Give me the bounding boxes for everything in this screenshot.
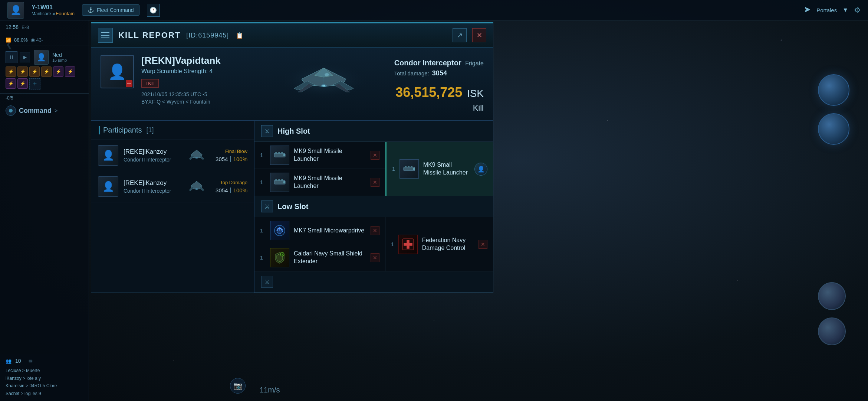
participant-dmg-row-1: 3054 | 100% <box>216 187 247 193</box>
buff-7[interactable]: ⚡ <box>6 78 16 89</box>
kill-label: Kill <box>394 103 484 113</box>
add-buff-button[interactable]: + <box>29 78 40 89</box>
buff-3[interactable]: ⚡ <box>29 66 40 77</box>
kill-body: Participants [1] 👤 [REKE]iKanzoy Condor … <box>91 121 493 293</box>
participant-item-1: 👤 [REKE]iKanzoy Condor II Interceptor To… <box>91 171 254 202</box>
kill-type-badge: I Kill <box>141 79 159 88</box>
kill-report-id: [ID:6159945] <box>186 32 229 39</box>
character-avatar[interactable] <box>7 2 24 19</box>
module-remove-l0[interactable]: ✕ <box>371 226 379 235</box>
right-orbs <box>818 74 849 145</box>
wifi-icon: 📶 <box>6 38 11 43</box>
participant-pct-0: 100% <box>233 156 247 162</box>
shield-percent: 88.0% <box>14 37 28 43</box>
sidebar-shield-row: 📶 88.0% ◉ 43- <box>0 34 89 46</box>
participants-header: Participants [1] <box>91 121 254 140</box>
victim-info: [REKN]Vapidtank Warp Scramble Strength: … <box>141 55 253 105</box>
high-slot-header: ⚔ High Slot <box>254 121 493 142</box>
kill-report-header: KILL REPORT [ID:6159945] 📋 ↗ ✕ <box>91 23 493 48</box>
svg-rect-19 <box>405 166 407 167</box>
hamburger-line-3 <box>101 38 109 38</box>
buff-1[interactable]: ⚡ <box>6 66 16 77</box>
right-orb-4 <box>818 317 846 345</box>
chat-count: 10 <box>15 358 21 364</box>
logout-icon[interactable]: ⮞ <box>804 6 811 14</box>
participant-damage-0: 3054 <box>216 156 228 162</box>
victim-date: 2021/10/05 12:35:35 UTC -5 <box>141 91 253 97</box>
victim-avatar: 👤 — <box>101 55 134 88</box>
isk-value: 36,515,725 <box>395 85 462 100</box>
chat-msg-3: Sachet > logi es 9 <box>6 390 83 397</box>
export-button[interactable]: ↗ <box>453 28 467 42</box>
launcher-icon-1 <box>272 175 287 190</box>
svg-rect-17 <box>283 181 285 183</box>
mail-icon: ✉ <box>29 358 33 364</box>
module-icon-h0 <box>270 146 289 165</box>
right-orb-2 <box>818 113 849 145</box>
buff-2[interactable]: ⚡ <box>17 66 28 77</box>
play-button[interactable]: ▶ <box>20 52 30 62</box>
module-icon-l1: + <box>270 248 289 267</box>
participant-stats-1: Top Damage 3054 | 100% <box>216 180 247 193</box>
character-name: Y-1W01 <box>32 4 75 11</box>
participant-item-0: 👤 [REKE]iKanzoy Condor II Interceptor Fi… <box>91 140 254 171</box>
buff-4[interactable]: ⚡ <box>41 66 52 77</box>
module-icon-l0 <box>270 221 289 240</box>
clock-button[interactable]: 🕐 <box>147 4 160 17</box>
module-icon-h1 <box>270 173 289 192</box>
module-count-hr: 1 <box>392 166 395 172</box>
module-count-lr: 1 <box>391 241 394 247</box>
victim-section: 👤 — [REKN]Vapidtank Warp Scramble Streng… <box>91 48 493 121</box>
sidebar-char-info: Ned 16 jump <box>52 52 67 62</box>
svg-rect-9 <box>275 152 277 154</box>
copy-icon[interactable]: 📋 <box>236 32 243 39</box>
isk-label: ISK <box>467 88 484 99</box>
shield-icon: + <box>272 250 287 265</box>
hamburger-button[interactable] <box>98 28 113 43</box>
camera-button[interactable]: 📷 <box>230 378 246 394</box>
close-button[interactable]: ✕ <box>472 28 486 42</box>
low-slot-modules-row: 1 MK7 Small Microwarpdrive ✕ <box>254 217 493 271</box>
pause-button[interactable]: ⏸ <box>6 51 17 63</box>
damage-control-icon <box>401 237 415 252</box>
launcher-icon-0 <box>272 148 287 163</box>
close-icon: ✕ <box>477 31 482 39</box>
module-remove-h0[interactable]: ✕ <box>371 151 379 160</box>
buff-5[interactable]: ⚡ <box>53 66 63 77</box>
top-navigation: Y-1W01 Manticore ◂ Fountain ⚓ Fleet Comm… <box>0 0 868 20</box>
mini-ship-svg-0 <box>184 147 210 164</box>
participant-stats-0: Final Blow 3054 | 100% <box>216 149 247 162</box>
fleet-icon: ⚓ <box>88 7 94 13</box>
participant-name-1: [REKE]iKanzoy <box>124 179 177 187</box>
buff-8[interactable]: ⚡ <box>17 78 28 89</box>
filter-icon[interactable]: ⚙ <box>854 6 861 14</box>
participants-count: [1] <box>147 126 154 134</box>
participant-ship-1: Condor II Interceptor <box>124 188 177 194</box>
module-remove-lr[interactable]: ✕ <box>479 240 487 249</box>
right-orbs-bottom <box>818 282 846 345</box>
chat-header: 👥 10 ✉ <box>6 358 83 364</box>
pause-controls: ⏸ ▶ <box>6 51 30 63</box>
pipe-1: | <box>230 187 231 193</box>
export-icon: ↗ <box>457 31 463 39</box>
dropdown-icon[interactable]: ▼ <box>842 7 848 13</box>
module-icon-lr <box>398 235 418 254</box>
sidebar-system: E-8 <box>22 25 29 30</box>
fleet-command-button[interactable]: ⚓ Fleet Command <box>82 4 139 16</box>
manticore-text: Manticore ◂ <box>32 11 56 16</box>
participants-title: Participants <box>103 126 142 134</box>
module-remove-l1[interactable]: ✕ <box>371 253 379 262</box>
buff-6[interactable]: ⚡ <box>65 66 75 77</box>
sidebar-extra: ◉ 43- <box>31 37 43 43</box>
svg-point-3 <box>325 73 329 76</box>
chat-messages: Lecluse > Muerte iKanzoy > lote a y Khar… <box>6 367 83 397</box>
sidebar-char-row: ⏸ ▶ 👤 Ned 16 jump <box>6 50 83 65</box>
svg-rect-21 <box>411 166 412 167</box>
module-remove-h1[interactable]: ✕ <box>371 178 379 187</box>
participant-avatar-0: 👤 <box>98 145 118 166</box>
high-slot-icon: ⚔ <box>261 125 273 137</box>
svg-rect-16 <box>281 179 283 181</box>
top-damage-label: Top Damage <box>216 180 247 185</box>
next-slot-icon: ⚔ <box>261 276 273 288</box>
svg-rect-11 <box>281 152 283 154</box>
